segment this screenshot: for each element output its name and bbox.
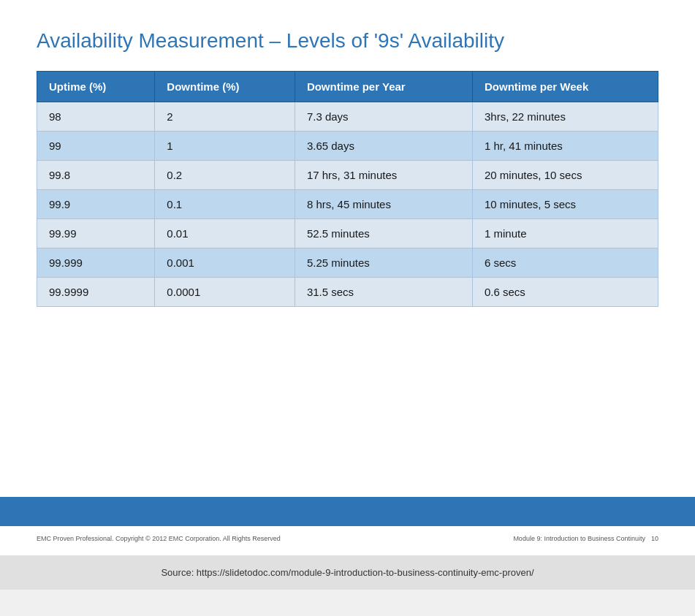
table-row: 99.99990.000131.5 secs0.6 secs: [37, 278, 658, 307]
table-cell: 7.3 days: [295, 102, 472, 132]
table-cell: 0.001: [155, 248, 295, 278]
table-cell: 17 hrs, 31 minutes: [295, 161, 472, 190]
availability-table: Uptime (%)Downtime (%)Downtime per YearD…: [37, 71, 658, 307]
table-cell: 99.999: [37, 248, 155, 278]
table-cell: 99: [37, 132, 155, 161]
table-cell: 31.5 secs: [295, 278, 472, 307]
table-header-cell: Uptime (%): [37, 72, 155, 102]
table-row: 99.9990.0015.25 minutes6 secs: [37, 248, 658, 278]
footer-page: 10: [651, 535, 658, 542]
source-text: Source: https://slidetodoc.com/module-9-…: [161, 567, 533, 578]
table-cell: 0.0001: [155, 278, 295, 307]
table-row: 99.990.0152.5 minutes1 minute: [37, 219, 658, 248]
table-cell: 0.2: [155, 161, 295, 190]
table-cell: 5.25 minutes: [295, 248, 472, 278]
table-cell: 1: [155, 132, 295, 161]
table-header-row: Uptime (%)Downtime (%)Downtime per YearD…: [37, 72, 658, 102]
slide-title: Availability Measurement – Levels of '9s…: [37, 29, 658, 53]
footer-copyright: EMC Proven Professional. Copyright © 201…: [37, 535, 281, 542]
table-body: 9827.3 days3hrs, 22 minutes9913.65 days1…: [37, 102, 658, 307]
table-cell: 6 secs: [473, 248, 658, 278]
table-cell: 99.9999: [37, 278, 155, 307]
table-row: 99.80.217 hrs, 31 minutes20 minutes, 10 …: [37, 161, 658, 190]
table-header-cell: Downtime per Year: [295, 72, 472, 102]
table-cell: 20 minutes, 10 secs: [473, 161, 658, 190]
table-cell: 3hrs, 22 minutes: [473, 102, 658, 132]
table-cell: 8 hrs, 45 minutes: [295, 190, 472, 219]
table-cell: 99.8: [37, 161, 155, 190]
footer-text: EMC Proven Professional. Copyright © 201…: [37, 535, 658, 542]
table-cell: 1 minute: [473, 219, 658, 248]
table-row: 9913.65 days1 hr, 41 minutes: [37, 132, 658, 161]
table-cell: 52.5 minutes: [295, 219, 472, 248]
table-cell: 0.6 secs: [473, 278, 658, 307]
table-cell: 0.01: [155, 219, 295, 248]
footer-module-label: Module 9: Introduction to Business Conti…: [513, 535, 645, 542]
table-header-cell: Downtime (%): [155, 72, 295, 102]
availability-table-wrapper: Uptime (%)Downtime (%)Downtime per YearD…: [37, 71, 658, 307]
source-box: Source: https://slidetodoc.com/module-9-…: [0, 555, 695, 590]
table-cell: 98: [37, 102, 155, 132]
table-cell: 2: [155, 102, 295, 132]
table-cell: 1 hr, 41 minutes: [473, 132, 658, 161]
table-cell: 99.99: [37, 219, 155, 248]
table-cell: 99.9: [37, 190, 155, 219]
table-header-cell: Downtime per Week: [473, 72, 658, 102]
table-cell: 0.1: [155, 190, 295, 219]
table-cell: 10 minutes, 5 secs: [473, 190, 658, 219]
table-row: 99.90.18 hrs, 45 minutes10 minutes, 5 se…: [37, 190, 658, 219]
footer-bar: [0, 497, 695, 526]
table-row: 9827.3 days3hrs, 22 minutes: [37, 102, 658, 132]
footer-module: Module 9: Introduction to Business Conti…: [513, 535, 658, 542]
table-cell: 3.65 days: [295, 132, 472, 161]
slide-container: Availability Measurement – Levels of '9s…: [0, 0, 695, 555]
